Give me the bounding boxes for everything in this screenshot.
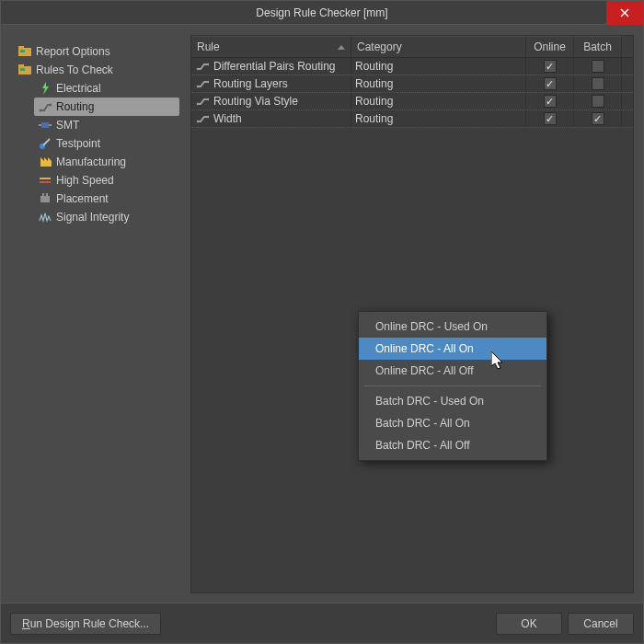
cell-batch — [574, 58, 622, 75]
folder-icon — [17, 45, 32, 58]
column-header-online[interactable]: Online — [526, 36, 574, 57]
tree-item-testpoint[interactable]: Testpoint — [34, 134, 179, 153]
button-mnemonic: R — [22, 617, 30, 630]
signal-integrity-icon — [38, 211, 52, 224]
category-name: Routing — [355, 95, 393, 108]
tree-item-smt[interactable]: SMT — [34, 116, 179, 134]
manufacturing-icon — [38, 155, 52, 168]
context-menu[interactable]: Online DRC - Used OnOnline DRC - All OnO… — [358, 311, 547, 461]
tree-item-signal-integrity[interactable]: Signal Integrity — [34, 208, 179, 226]
online-checkbox[interactable] — [544, 77, 557, 90]
electrical-icon — [38, 82, 52, 95]
svg-rect-7 — [20, 68, 25, 71]
table-row[interactable]: Routing LayersRouting — [191, 75, 633, 93]
table-row[interactable]: Differential Pairs RoutingRouting — [191, 58, 633, 75]
online-checkbox[interactable] — [544, 95, 557, 108]
cell-rule: Routing Via Style — [191, 93, 351, 109]
routing-icon — [195, 96, 210, 107]
batch-checkbox[interactable] — [592, 60, 604, 73]
table-row[interactable]: Routing Via StyleRouting — [191, 93, 633, 110]
close-icon — [620, 8, 629, 17]
online-checkbox[interactable] — [544, 112, 557, 125]
svg-rect-17 — [40, 178, 51, 179]
svg-rect-13 — [49, 124, 52, 126]
category-name: Routing — [355, 112, 393, 125]
tree-item-highspeed[interactable]: High Speed — [34, 171, 179, 190]
cell-online — [526, 110, 574, 127]
menu-item[interactable]: Online DRC - All On — [359, 338, 546, 360]
grid-header: Rule Category Online Batch — [191, 36, 633, 58]
svg-line-15 — [43, 139, 50, 145]
menu-separator — [364, 385, 541, 386]
cell-batch — [574, 110, 622, 127]
button-label: Cancel — [583, 617, 617, 630]
online-checkbox[interactable] — [544, 60, 557, 73]
column-label: Category — [357, 40, 402, 53]
tree-label: High Speed — [56, 174, 114, 187]
routing-icon — [195, 78, 210, 89]
tree-label: Rules To Check — [36, 63, 113, 76]
close-button[interactable] — [606, 1, 643, 25]
menu-item[interactable]: Batch DRC - Used On — [359, 390, 546, 412]
smt-icon — [38, 119, 52, 132]
category-name: Routing — [355, 60, 393, 73]
cell-category: Routing — [351, 110, 526, 127]
menu-item[interactable]: Batch DRC - All Off — [359, 434, 546, 456]
cell-rule: Routing Layers — [191, 75, 351, 92]
window-title: Design Rule Checker [mm] — [256, 6, 387, 19]
tree-item-report-options[interactable]: Report Options — [14, 42, 179, 61]
batch-checkbox[interactable] — [592, 77, 604, 90]
svg-marker-8 — [42, 82, 49, 95]
svg-point-9 — [40, 109, 42, 112]
svg-point-26 — [197, 103, 200, 106]
svg-rect-20 — [42, 193, 44, 196]
cell-online — [526, 58, 574, 75]
column-header-rule[interactable]: Rule — [191, 36, 351, 57]
testpoint-icon — [38, 137, 52, 150]
tree-label: Report Options — [36, 45, 110, 58]
column-label: Online — [534, 40, 566, 53]
placement-icon — [38, 192, 52, 205]
batch-checkbox[interactable] — [592, 95, 604, 108]
ok-button[interactable]: OK — [496, 613, 562, 635]
tree-item-electrical[interactable]: Electrical — [34, 79, 179, 98]
routing-icon — [195, 113, 210, 124]
rule-name: Routing Layers — [213, 77, 288, 90]
tree-label: Manufacturing — [56, 155, 126, 168]
column-label: Rule — [197, 40, 220, 53]
tree-label: Placement — [56, 192, 109, 205]
cell-category: Routing — [351, 58, 526, 75]
menu-item[interactable]: Online DRC - All Off — [359, 360, 546, 382]
svg-point-28 — [197, 121, 200, 123]
tree-item-manufacturing[interactable]: Manufacturing — [34, 153, 179, 171]
svg-point-24 — [197, 86, 200, 88]
tree-label: Signal Integrity — [56, 211, 129, 224]
menu-item[interactable]: Batch DRC - All On — [359, 412, 546, 434]
tree-label: Electrical — [56, 82, 101, 95]
svg-rect-19 — [40, 196, 50, 202]
table-row[interactable]: WidthRouting — [191, 110, 633, 128]
tree-item-routing[interactable]: Routing — [34, 98, 179, 116]
category-name: Routing — [355, 77, 393, 90]
column-label: Batch — [583, 40, 612, 53]
batch-checkbox[interactable] — [592, 112, 604, 125]
svg-point-10 — [50, 104, 52, 107]
drc-dialog: Design Rule Checker [mm] Report Options … — [0, 0, 644, 644]
rule-name: Differential Pairs Routing — [213, 60, 336, 73]
column-header-category[interactable]: Category — [351, 36, 526, 57]
cancel-button[interactable]: Cancel — [568, 613, 634, 635]
highspeed-icon — [38, 174, 52, 187]
nav-tree: Report Options Rules To Check Electrical — [10, 35, 183, 593]
cell-batch — [574, 75, 622, 92]
button-label: un Design Rule Check... — [30, 617, 149, 630]
menu-item[interactable]: Online DRC - Used On — [359, 316, 546, 338]
cell-category: Routing — [351, 93, 526, 109]
rule-name: Routing Via Style — [213, 95, 298, 108]
sort-asc-icon — [338, 45, 345, 50]
run-drc-button[interactable]: Run Design Rule Check... — [10, 613, 161, 635]
tree-item-rules-to-check[interactable]: Rules To Check — [14, 61, 179, 79]
column-header-batch[interactable]: Batch — [574, 36, 622, 57]
tree-item-placement[interactable]: Placement — [34, 190, 179, 208]
routing-icon — [38, 100, 52, 113]
svg-rect-11 — [41, 122, 49, 128]
